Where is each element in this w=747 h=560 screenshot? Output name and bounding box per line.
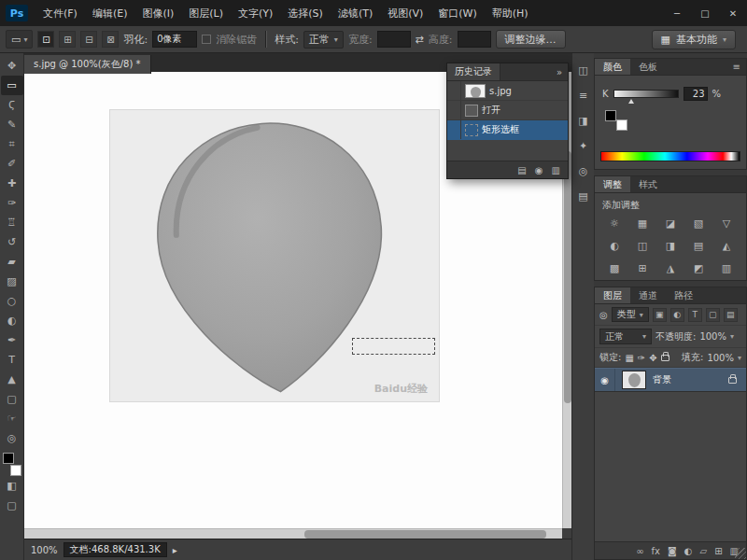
background-color-swatch[interactable] (10, 465, 21, 476)
menu-help[interactable]: 帮助(H) (485, 0, 536, 26)
maximize-button[interactable]: □ (691, 0, 719, 26)
menu-type[interactable]: 文字(Y) (231, 0, 280, 26)
lock-transparency-icon[interactable]: ▦ (625, 353, 633, 363)
history-source-column[interactable] (450, 101, 461, 119)
add-layer-mask-icon[interactable]: ◙ (668, 546, 677, 556)
k-slider-marker[interactable] (628, 99, 634, 104)
background-layer-row[interactable]: ◉ 背景 (595, 368, 746, 392)
eyedropper-tool[interactable]: ✐ (1, 154, 23, 174)
brush-tool[interactable]: ✑ (1, 193, 23, 213)
menu-select[interactable]: 选择(S) (280, 0, 331, 26)
adjustment-selective-color-icon[interactable]: ▥ (712, 260, 740, 276)
pen-tool[interactable]: ✒ (1, 330, 23, 350)
layer-style-fx-icon[interactable]: fx (652, 546, 660, 556)
color-spectrum-ramp[interactable] (600, 151, 740, 161)
selection-marquee[interactable] (352, 338, 435, 355)
new-snapshot-icon[interactable]: ◉ (535, 165, 543, 175)
zoom-level[interactable]: 100% (31, 545, 58, 555)
lasso-tool[interactable]: Ϛ (1, 95, 23, 115)
screen-mode-button[interactable]: ▢ (1, 496, 23, 515)
antialias-checkbox[interactable] (202, 35, 211, 44)
tab-channels[interactable]: 通道 (630, 287, 666, 303)
background-color-swatch[interactable] (616, 119, 627, 131)
blur-tool[interactable]: ○ (1, 291, 23, 311)
clone-stamp-tool[interactable]: ♖ (1, 213, 23, 232)
lock-pixels-icon[interactable]: ✑ (638, 353, 645, 363)
filter-adjustment-layers-icon[interactable]: ◐ (670, 308, 684, 322)
shape-tool[interactable]: ▢ (1, 389, 23, 409)
foreground-color-swatch[interactable] (605, 110, 616, 121)
tab-swatches[interactable]: 色板 (630, 59, 666, 75)
history-source-column[interactable] (450, 81, 461, 100)
filter-pixel-layers-icon[interactable]: ▣ (653, 308, 667, 322)
dodge-tool[interactable]: ◐ (1, 311, 23, 330)
collapsed-panel-icon-1[interactable]: ◫ (574, 63, 593, 78)
new-document-from-state-icon[interactable]: ▤ (517, 165, 526, 175)
history-state-open-file[interactable]: s.jpg (447, 81, 568, 101)
layer-name[interactable]: 背景 (653, 373, 671, 386)
close-button[interactable]: ✕ (719, 0, 747, 26)
refine-edge-button[interactable]: 调整边缘… (496, 30, 566, 49)
height-input[interactable] (458, 31, 491, 48)
adjustment-invert-icon[interactable]: ⊞ (628, 260, 656, 276)
chevron-down-icon[interactable]: ▾ (738, 354, 741, 362)
style-dropdown[interactable]: 正常 ▾ (303, 31, 344, 49)
move-tool[interactable]: ✥ (1, 56, 23, 76)
new-selection-button[interactable]: ⊡ (37, 31, 54, 48)
type-tool[interactable]: T (1, 350, 23, 370)
adjustment-posterize-icon[interactable]: ◮ (656, 260, 684, 276)
tool-preset-picker[interactable]: ▭ ▾ (6, 30, 33, 49)
document-tab[interactable]: s.jpg @ 100%(灰色/8) * (24, 55, 151, 74)
tab-styles[interactable]: 样式 (630, 176, 666, 192)
link-layers-icon[interactable]: ∞ (636, 546, 643, 556)
opacity-value[interactable]: 100% (699, 331, 726, 342)
status-menu-arrow-icon[interactable]: ▸ (173, 545, 177, 555)
crop-tool[interactable]: ⌗ (1, 134, 23, 154)
horizontal-scrollbar-thumb[interactable] (304, 530, 546, 539)
vertical-scrollbar-thumb[interactable] (564, 151, 571, 403)
foreground-color-swatch[interactable] (3, 453, 14, 464)
collapsed-panel-icon-3[interactable]: ◨ (574, 113, 593, 129)
adjustment-color-lookup-icon[interactable]: ▩ (600, 260, 628, 276)
adjustment-channel-mixer-icon[interactable]: ◭ (712, 238, 740, 254)
horizontal-scrollbar[interactable] (24, 528, 562, 539)
gradient-tool[interactable]: ▨ (1, 272, 23, 291)
quick-selection-tool[interactable]: ✎ (1, 115, 23, 134)
width-input[interactable] (377, 31, 411, 48)
feather-input[interactable]: 0像素 (152, 31, 197, 48)
filter-shape-layers-icon[interactable]: ▢ (706, 308, 720, 322)
new-group-icon[interactable]: ▱ (699, 546, 707, 556)
minimize-button[interactable]: ─ (663, 0, 691, 26)
menu-layer[interactable]: 图层(L) (181, 0, 231, 26)
menu-filter[interactable]: 滤镜(T) (331, 0, 380, 26)
menu-image[interactable]: 图像(I) (134, 0, 181, 26)
menu-file[interactable]: 文件(F) (35, 0, 85, 26)
workspace-switcher[interactable]: ▦ 基本功能 ▾ (652, 30, 736, 49)
menu-window[interactable]: 窗口(W) (430, 0, 484, 26)
history-brush-tool[interactable]: ↺ (1, 232, 23, 252)
subtract-selection-button[interactable]: ⊟ (80, 31, 97, 48)
delete-state-icon[interactable]: ▥ (552, 165, 560, 175)
tab-layers[interactable]: 图层 (595, 287, 630, 303)
history-source-column[interactable] (450, 120, 461, 139)
adjustment-levels-icon[interactable]: ▦ (628, 216, 656, 231)
zoom-tool[interactable]: ◎ (1, 428, 23, 448)
k-channel-slider[interactable] (613, 90, 679, 98)
new-adjustment-layer-icon[interactable]: ◐ (684, 546, 693, 556)
filter-type-layers-icon[interactable]: T (688, 308, 702, 322)
menu-edit[interactable]: 编辑(E) (85, 0, 135, 26)
lock-all-icon[interactable] (661, 355, 669, 361)
layer-thumbnail[interactable] (622, 371, 646, 389)
intersect-selection-button[interactable]: ⊠ (102, 31, 119, 48)
adjustment-curves-icon[interactable]: ◪ (656, 216, 684, 231)
blend-mode-dropdown[interactable]: 正常 ▾ (599, 329, 652, 344)
swap-dimensions-icon[interactable]: ⇄ (416, 34, 424, 46)
lock-position-icon[interactable]: ✥ (649, 353, 656, 363)
collapsed-panel-icon-2[interactable]: ≡ (574, 88, 593, 104)
hand-tool[interactable]: ☞ (1, 409, 23, 428)
fill-value[interactable]: 100% (707, 353, 734, 363)
resize-grip[interactable] (735, 548, 746, 559)
adjustment-black-white-icon[interactable]: ◨ (656, 238, 684, 254)
collapse-panel-icon[interactable]: » (551, 67, 568, 77)
collapsed-panel-icon-4[interactable]: ✦ (574, 138, 593, 154)
